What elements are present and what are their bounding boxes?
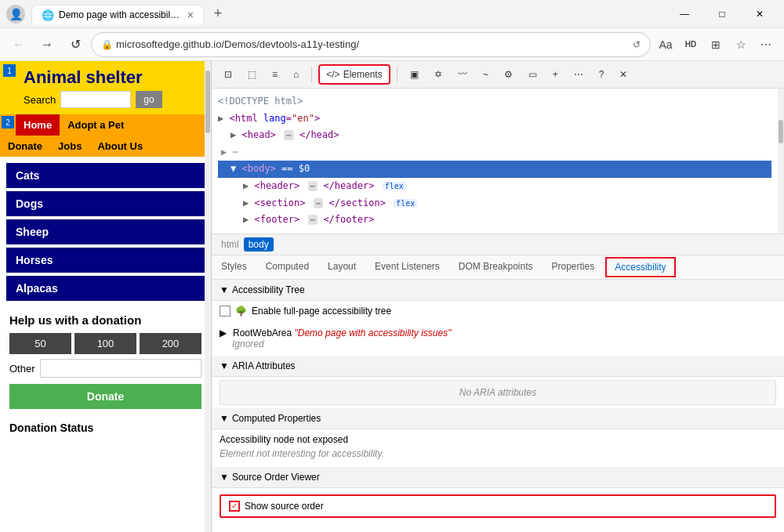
other-amount-input[interactable] (40, 359, 201, 378)
more-button[interactable]: ⋯ (754, 33, 778, 56)
sidebar-button[interactable]: ⊞ (704, 33, 728, 56)
tab-styles[interactable]: Styles (212, 256, 256, 278)
computed-properties-header[interactable]: ▼ Computed Properties (212, 408, 784, 429)
toolbar-icons: Aa HD ⊞ ☆ ⋯ (654, 33, 778, 56)
dom-scroll-right[interactable] (778, 89, 784, 233)
titlebar: 👤 🌐 Demo page with accessibility issu × … (0, 0, 784, 28)
network-tool-button[interactable]: 〰 (452, 66, 474, 83)
aria-attributes-header[interactable]: ▼ ARIA Attributes (212, 356, 784, 377)
add-tools-button[interactable]: + (546, 66, 564, 83)
dom-body-arrow[interactable]: ▼ (230, 163, 236, 174)
source-order-header[interactable]: ▼ Source Order Viewer (212, 467, 784, 488)
hd-button[interactable]: HD (679, 33, 702, 56)
dom-section-arrow[interactable]: ▶ (243, 197, 249, 208)
elements-tool-button[interactable]: </> Elements (318, 64, 390, 85)
favorites-button[interactable]: ☆ (729, 33, 753, 56)
root-label: RootWebArea "Demo page with accessibilit… (233, 328, 451, 338)
amount-200-button[interactable]: 200 (140, 333, 201, 354)
dom-html-arrow[interactable]: ▶ (218, 113, 223, 124)
browser-tab[interactable]: 🌐 Demo page with accessibility issu × (31, 5, 204, 24)
scroll-indicator[interactable] (205, 61, 211, 532)
performance-tool-button[interactable]: ~ (477, 66, 495, 83)
dom-line-body[interactable]: ▼ <body> == $0 (218, 161, 771, 178)
dom-footer-arrow[interactable]: ▶ (243, 214, 249, 225)
dom-head-arrow[interactable]: ▶ (230, 129, 236, 140)
reader-view-button[interactable]: Aa (654, 33, 677, 56)
computed-not-interesting: Element not interesting for accessibilit… (220, 447, 776, 461)
sources-tool-button[interactable]: ✡ (428, 66, 448, 83)
maximize-button[interactable]: □ (704, 2, 740, 27)
accessibility-tree-header[interactable]: ▼ Accessibility Tree (212, 280, 784, 301)
donate-button[interactable]: Donate (9, 384, 201, 409)
close-icon: ✕ (619, 69, 627, 80)
dom-line-head[interactable]: ▶ <head> ⋯ </head> (218, 127, 778, 144)
dom-header-arrow[interactable]: ▶ (243, 180, 249, 191)
addressbar: ← → ↺ 🔒 microsoftedge.github.io/Demos/de… (0, 28, 784, 61)
site-title: Animal shelter (24, 67, 201, 88)
device-tool-button[interactable]: ⬚ (241, 66, 263, 83)
address-bar[interactable]: 🔒 microsoftedge.github.io/Demos/devtools… (91, 32, 651, 57)
new-tab-button[interactable]: + (207, 3, 229, 25)
amount-100-button[interactable]: 100 (74, 333, 136, 354)
settings-tool-button[interactable]: ⚙ (498, 66, 519, 83)
dom-line-header[interactable]: ▶ <header> ⋯ </header> flex (218, 178, 778, 195)
responsive-tool-button[interactable]: ≡ (266, 66, 284, 83)
animal-dogs[interactable]: Dogs (6, 191, 205, 216)
layers-tool-button[interactable]: ▭ (522, 66, 543, 83)
nav-about[interactable]: About Us (89, 137, 151, 155)
animal-horses[interactable]: Horses (6, 248, 205, 273)
refresh-icon: ↺ (633, 39, 641, 50)
search-input[interactable] (60, 91, 131, 108)
settings-icon: ⚙ (504, 69, 513, 80)
dom-header-tag: <header> (254, 180, 299, 191)
dom-section-close: </section> (329, 197, 386, 208)
back-button[interactable]: ← (6, 32, 31, 57)
nav-home[interactable]: Home (16, 114, 60, 136)
go-button[interactable]: go (136, 91, 162, 108)
lock-icon: 🔒 (101, 39, 113, 50)
tree-arrow-icon: ▼ (220, 284, 229, 295)
tab-event-listeners[interactable]: Event Listeners (365, 256, 449, 278)
enable-full-page-checkbox[interactable] (220, 306, 230, 317)
help-button[interactable]: ? (593, 66, 611, 83)
dom-body-tag: <body> (241, 163, 275, 174)
dom-tree: <!DOCTYPE html> ▶ <html lang="en"> ▶ <he… (212, 89, 784, 234)
inspect-tool-button[interactable]: ⊡ (218, 66, 238, 83)
tab-layout[interactable]: Layout (318, 256, 365, 278)
enable-full-page-label: Enable full-page accessibility tree (252, 306, 391, 317)
dom-line-dots: ▶ ⋯ (218, 144, 778, 161)
page-header: 1 Animal shelter Search go (0, 61, 211, 114)
more-icon: ⋯ (574, 69, 583, 80)
close-button[interactable]: ✕ (742, 2, 778, 27)
amount-50-button[interactable]: 50 (9, 333, 71, 354)
nav-jobs[interactable]: Jobs (50, 137, 89, 155)
breadcrumb-body[interactable]: body (244, 237, 274, 252)
refresh-button[interactable]: ↺ (63, 32, 88, 57)
more-tools-button[interactable]: ⋯ (568, 66, 590, 83)
tab-accessibility[interactable]: Accessibility (605, 257, 675, 277)
close-devtools-button[interactable]: ✕ (613, 66, 633, 83)
tab-dom-breakpoints[interactable]: DOM Breakpoints (449, 256, 543, 278)
show-source-order-checkbox[interactable]: ✓ (229, 501, 240, 512)
dom-line-html: ▶ <html lang="en"> (218, 110, 778, 128)
root-web-area-line[interactable]: ▶ RootWebArea "Demo page with accessibil… (220, 328, 776, 338)
forward-button[interactable]: → (34, 32, 60, 57)
tab-computed[interactable]: Computed (256, 256, 318, 278)
animal-cats[interactable]: Cats (6, 163, 205, 188)
nav-donate[interactable]: Donate (0, 137, 50, 155)
console-tool-button[interactable]: ▣ (404, 66, 425, 83)
minimize-button[interactable]: — (666, 2, 702, 27)
close-tab-button[interactable]: × (187, 9, 194, 21)
dom-section-tag: <section> (254, 197, 305, 208)
breadcrumb-html[interactable]: html (218, 237, 242, 252)
tab-title: Demo page with accessibility issu (59, 9, 181, 20)
tab-properties[interactable]: Properties (543, 256, 604, 278)
source-order-section: ✓ Show source order (212, 488, 784, 524)
animal-alpacas[interactable]: Alpacas (6, 276, 205, 301)
dom-line-section[interactable]: ▶ <section> ⋯ </section> flex (218, 195, 778, 212)
donation-title: Help us with a donation (9, 313, 201, 327)
dom-line-footer[interactable]: ▶ <footer> ⋯ </footer> (218, 212, 778, 229)
animal-sheep[interactable]: Sheep (6, 219, 205, 244)
nav-adopt[interactable]: Adopt a Pet (60, 114, 132, 136)
home-tool-button[interactable]: ⌂ (287, 66, 305, 83)
